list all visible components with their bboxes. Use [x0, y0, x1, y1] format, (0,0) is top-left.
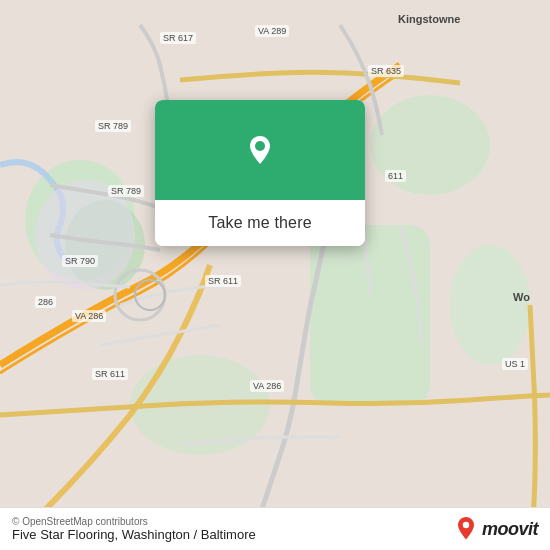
svg-point-11 — [255, 141, 265, 151]
road-label-sr611a: SR 611 — [205, 275, 241, 287]
moovit-logo[interactable]: moovit — [454, 517, 538, 541]
map-container: SR 617 VA 289 SR 635 SR 789 SR 789 611 S… — [0, 0, 550, 550]
moovit-brand-text: moovit — [482, 519, 538, 540]
road-label-wo: Wo — [510, 290, 533, 304]
card-green-area — [155, 100, 365, 200]
road-label-sr611b: SR 611 — [92, 368, 128, 380]
svg-point-12 — [463, 522, 469, 528]
osm-credit: © OpenStreetMap contributors — [12, 516, 256, 527]
moovit-pin-icon — [454, 517, 478, 541]
road-label-va286a: VA 286 — [72, 310, 106, 322]
road-label-sr790: SR 790 — [62, 255, 98, 267]
road-label-va289: VA 289 — [255, 25, 289, 37]
road-label-286: 286 — [35, 296, 56, 308]
bottom-left: © OpenStreetMap contributors Five Star F… — [12, 516, 256, 542]
road-label-sr635: SR 635 — [368, 65, 404, 77]
take-me-there-button[interactable]: Take me there — [155, 200, 365, 246]
location-name: Five Star Flooring, Washington / Baltimo… — [12, 527, 256, 542]
road-label-sr789b: SR 789 — [108, 185, 144, 197]
road-label-611: 611 — [385, 170, 406, 182]
svg-rect-3 — [310, 225, 430, 405]
bottom-bar: © OpenStreetMap contributors Five Star F… — [0, 507, 550, 550]
svg-point-5 — [450, 245, 530, 365]
road-label-us1: US 1 — [502, 358, 528, 370]
road-label-sr789a: SR 789 — [95, 120, 131, 132]
road-label-kingstowne: Kingstowne — [395, 12, 463, 26]
location-card: Take me there — [155, 100, 365, 246]
road-label-sr617: SR 617 — [160, 32, 196, 44]
road-label-va286b: VA 286 — [250, 380, 284, 392]
location-pin-icon — [238, 128, 282, 172]
map-background — [0, 0, 550, 550]
